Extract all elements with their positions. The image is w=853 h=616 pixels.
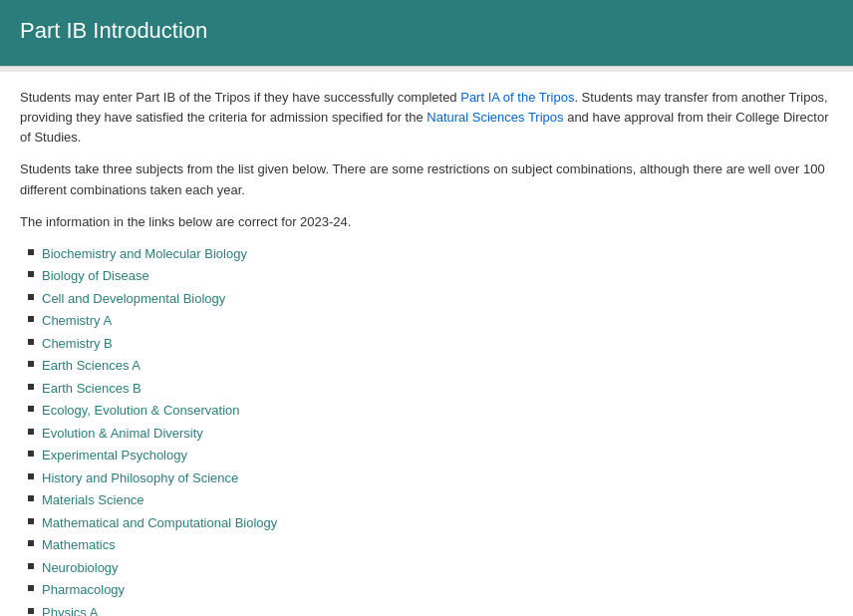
list-item: History and Philosophy of Science [28,468,833,488]
subject-link[interactable]: Physics A [42,603,98,616]
bullet-icon [28,429,34,435]
bullet-icon [28,518,34,524]
list-item: Earth Sciences A [28,356,833,376]
bullet-icon [28,294,34,300]
bullet-icon [28,540,34,546]
bullet-icon [28,249,34,255]
bullet-icon [28,495,34,501]
list-item: Mathematical and Computational Biology [28,513,833,533]
bullet-icon [28,608,34,614]
subject-link[interactable]: Mathematical and Computational Biology [42,513,277,533]
list-item: Chemistry A [28,311,833,331]
list-item: Chemistry B [28,334,833,354]
list-item: Neurobiology [28,558,833,578]
bullet-icon [28,384,34,390]
subject-link[interactable]: History and Philosophy of Science [42,468,238,488]
page-title: Part IB Introduction [20,18,833,44]
bullet-icon [28,563,34,569]
subject-link[interactable]: Neurobiology [42,558,119,578]
subject-link[interactable]: Earth Sciences A [42,356,141,376]
list-item: Biochemistry and Molecular Biology [28,244,833,264]
bullet-icon [28,451,34,457]
bullet-icon [28,361,34,367]
list-item: Cell and Developmental Biology [28,289,833,309]
bullet-icon [28,271,34,277]
list-item: Evolution & Animal Diversity [28,424,833,444]
subject-link[interactable]: Biology of Disease [42,266,149,286]
list-item: Physics A [28,603,833,616]
bullet-icon [28,406,34,412]
list-item: Pharmacology [28,580,833,600]
subject-link[interactable]: Biochemistry and Molecular Biology [42,244,247,264]
list-item: Biology of Disease [28,266,833,286]
subject-link[interactable]: Cell and Developmental Biology [42,289,225,309]
part-ia-link[interactable]: Part IA of the Tripos [460,90,574,105]
subject-link[interactable]: Experimental Psychology [42,446,187,465]
bullet-icon [28,473,34,479]
intro-paragraph-2: Students take three subjects from the li… [20,159,833,199]
subject-link[interactable]: Evolution & Animal Diversity [42,424,203,444]
intro-paragraph-1: Students may enter Part IB of the Tripos… [20,88,833,148]
subject-link[interactable]: Chemistry B [42,334,113,354]
subjects-list: Biochemistry and Molecular BiologyBiolog… [20,244,833,616]
bullet-icon [28,316,34,322]
bullet-icon [28,339,34,345]
subject-link[interactable]: Ecology, Evolution & Conservation [42,401,239,421]
header-banner: Part IB Introduction [0,0,853,66]
list-item: Experimental Psychology [28,446,833,465]
subject-link[interactable]: Chemistry A [42,311,112,331]
bullet-icon [28,585,34,591]
subject-link[interactable]: Earth Sciences B [42,379,142,399]
natural-sciences-tripos-link[interactable]: Natural Sciences Tripos [426,110,563,125]
list-item: Materials Science [28,490,833,510]
subject-link[interactable]: Mathematics [42,535,116,555]
subject-link[interactable]: Pharmacology [42,580,125,600]
intro-paragraph-3: The information in the links below are c… [20,212,833,232]
list-item: Mathematics [28,535,833,555]
subject-link[interactable]: Materials Science [42,490,144,510]
list-item: Earth Sciences B [28,379,833,399]
list-item: Ecology, Evolution & Conservation [28,401,833,421]
content-area: Students may enter Part IB of the Tripos… [0,72,853,616]
